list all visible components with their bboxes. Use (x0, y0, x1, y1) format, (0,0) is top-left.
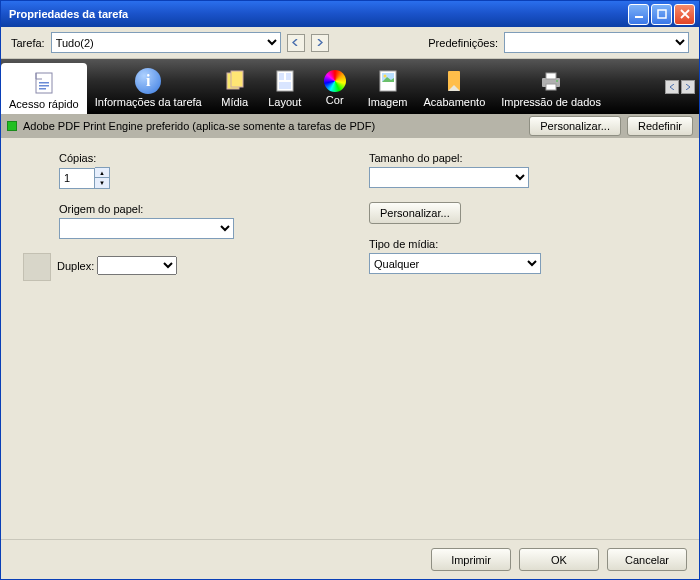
tab-acesso-rapido[interactable]: Acesso rápido (1, 63, 87, 114)
svg-rect-20 (546, 84, 556, 90)
document-lines-icon (31, 70, 57, 96)
imprimir-button[interactable]: Imprimir (431, 548, 511, 571)
tarefa-label: Tarefa: (11, 37, 45, 49)
close-button[interactable] (674, 4, 695, 25)
right-column: Tamanho do papel: Personalizar... Tipo d… (369, 152, 681, 525)
field-origem: Origem do papel: (59, 203, 339, 239)
top-toolbar: Tarefa: Tudo(2) Predefinições: (1, 27, 699, 59)
tab-scroll (661, 59, 699, 114)
copias-spin-up[interactable]: ▲ (95, 168, 109, 178)
tamanho-label: Tamanho do papel: (369, 152, 681, 164)
svg-point-21 (556, 80, 558, 82)
field-tipo: Tipo de mídia: Qualquer (369, 238, 681, 274)
personalizar-tamanho-button[interactable]: Personalizar... (369, 202, 461, 224)
svg-rect-3 (39, 82, 49, 84)
nav-next-button[interactable] (311, 34, 329, 52)
svg-rect-5 (39, 88, 46, 90)
svg-rect-4 (39, 85, 49, 87)
svg-rect-0 (635, 16, 643, 18)
tab-label: Layout (268, 96, 301, 108)
titlebar-controls (628, 4, 695, 25)
status-indicator-icon (7, 121, 17, 131)
tab-impressao-dados[interactable]: Impressão de dados (493, 59, 609, 114)
left-column: Cópias: ▲ ▼ Origem do papel: Duplex: (59, 152, 339, 525)
titlebar: Propriedades da tarefa (1, 1, 699, 27)
tab-label: Informações da tarefa (95, 96, 202, 108)
tab-layout[interactable]: Layout (260, 59, 310, 114)
tab-midia[interactable]: Mídia (210, 59, 260, 114)
minimize-button[interactable] (628, 4, 649, 25)
duplex-label: Duplex: (57, 260, 94, 272)
window-frame: Propriedades da tarefa Tarefa: Tudo(2) P… (0, 0, 700, 580)
maximize-button[interactable] (651, 4, 672, 25)
tab-label: Imagem (368, 96, 408, 108)
title-text: Propriedades da tarefa (9, 8, 628, 20)
origem-label: Origem do papel: (59, 203, 339, 215)
maximize-icon (657, 9, 667, 19)
footer: Imprimir OK Cancelar (1, 539, 699, 579)
field-duplex: Duplex: (23, 253, 339, 281)
copias-spin-down[interactable]: ▼ (95, 178, 109, 188)
copias-spinner: ▲ ▼ (95, 167, 110, 189)
tarefa-select[interactable]: Tudo(2) (51, 32, 281, 53)
svg-rect-1 (658, 10, 666, 18)
tab-cor[interactable]: Cor (310, 59, 360, 114)
nav-prev-button[interactable] (287, 34, 305, 52)
close-icon (680, 9, 690, 19)
tab-scroll-left[interactable] (665, 80, 679, 94)
printer-icon (538, 68, 564, 94)
copias-label: Cópias: (59, 152, 339, 164)
duplex-preview-icon (23, 253, 51, 281)
predef-select[interactable] (504, 32, 689, 53)
chevron-left-icon (669, 84, 675, 90)
chevron-left-icon (292, 39, 299, 46)
duplex-select[interactable] (97, 256, 177, 275)
tamanho-select[interactable] (369, 167, 529, 188)
field-tamanho: Tamanho do papel: (369, 152, 681, 188)
tab-label: Mídia (221, 96, 248, 108)
chevron-right-icon (685, 84, 691, 90)
infobar-text: Adobe PDF Print Engine preferido (aplica… (23, 120, 523, 132)
svg-rect-9 (279, 73, 284, 80)
infobar-personalizar-button[interactable]: Personalizar... (529, 116, 621, 136)
svg-rect-11 (279, 82, 291, 89)
copias-input[interactable] (59, 168, 95, 189)
tab-label: Acabamento (423, 96, 485, 108)
infobar: Adobe PDF Print Engine preferido (aplica… (1, 114, 699, 138)
tab-label: Cor (326, 94, 344, 106)
tab-info-tarefa[interactable]: i Informações da tarefa (87, 59, 210, 114)
chevron-right-icon (316, 39, 323, 46)
image-icon (375, 68, 401, 94)
color-wheel-icon (324, 70, 346, 92)
field-copias: Cópias: ▲ ▼ (59, 152, 339, 189)
content-area: Cópias: ▲ ▼ Origem do papel: Duplex: (1, 138, 699, 539)
tab-label: Impressão de dados (501, 96, 601, 108)
svg-rect-7 (231, 71, 243, 87)
media-icon (222, 68, 248, 94)
svg-point-15 (383, 75, 386, 78)
field-personalizar-tamanho: Personalizar... (369, 202, 681, 224)
layout-icon (272, 68, 298, 94)
tab-imagem[interactable]: Imagem (360, 59, 416, 114)
minimize-icon (634, 9, 644, 19)
tab-scroll-right[interactable] (681, 80, 695, 94)
infobar-redefinir-button[interactable]: Redefinir (627, 116, 693, 136)
tab-label: Acesso rápido (9, 98, 79, 110)
origem-select[interactable] (59, 218, 234, 239)
svg-rect-10 (286, 73, 291, 80)
tipo-select[interactable]: Qualquer (369, 253, 541, 274)
bookmark-icon (441, 68, 467, 94)
predef-label: Predefinições: (428, 37, 498, 49)
ok-button[interactable]: OK (519, 548, 599, 571)
tipo-label: Tipo de mídia: (369, 238, 681, 250)
tab-acabamento[interactable]: Acabamento (415, 59, 493, 114)
tabstrip: Acesso rápido i Informações da tarefa Mí… (1, 59, 699, 114)
cancelar-button[interactable]: Cancelar (607, 548, 687, 571)
svg-rect-19 (546, 73, 556, 79)
info-icon: i (135, 68, 161, 94)
